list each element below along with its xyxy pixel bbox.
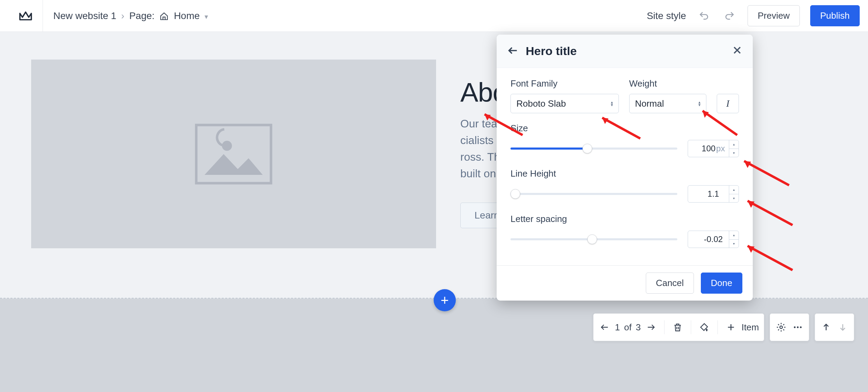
settings-button[interactable]: [775, 321, 787, 333]
panel-title: Hero title: [526, 44, 577, 58]
typography-panel: Hero title Font Family Roboto Slab ▴▾ We…: [497, 35, 753, 301]
plus-icon: [726, 323, 735, 332]
font-family-value: Roboto Slab: [516, 98, 566, 109]
close-icon: [732, 45, 742, 55]
arrow-left-icon: [507, 45, 519, 56]
item-navigator-toolbar: 1 of 3 Item: [593, 313, 764, 341]
caret-down-icon: ▾: [205, 13, 208, 20]
arrow-up-icon: [822, 323, 831, 332]
weight-label: Weight: [629, 78, 706, 89]
arrow-left-icon: [600, 322, 609, 332]
move-down-button[interactable]: [837, 321, 849, 333]
redo-button[interactable]: [722, 8, 737, 24]
italic-toggle[interactable]: I: [717, 94, 739, 113]
prev-item-button[interactable]: [598, 321, 611, 333]
spinner-arrows-icon[interactable]: ▴▾: [729, 186, 739, 202]
font-family-select[interactable]: Roboto Slab ▴▾: [510, 94, 619, 113]
app-header: New website 1 › Page: Home ▾ Site style …: [0, 0, 868, 32]
breadcrumb: New website 1 › Page: Home ▾: [43, 10, 208, 21]
select-arrows-icon: ▴▾: [611, 101, 613, 106]
line-height-slider[interactable]: [510, 190, 677, 197]
picture-icon: [192, 119, 275, 189]
header-actions: Site style Preview Publish: [647, 5, 860, 26]
section-toolbars: 1 of 3 Item: [0, 313, 868, 341]
line-height-input[interactable]: 1.1 ▴▾: [688, 185, 739, 203]
font-family-label: Font Family: [510, 78, 619, 89]
app-logo[interactable]: [8, 0, 43, 32]
delete-button[interactable]: [671, 321, 684, 333]
svg-point-3: [794, 327, 796, 328]
site-style-link[interactable]: Site style: [647, 10, 686, 21]
svg-point-2: [780, 326, 783, 329]
undo-icon: [698, 10, 709, 21]
home-icon: [160, 10, 174, 21]
close-button[interactable]: [732, 44, 742, 59]
site-name[interactable]: New website 1: [53, 10, 116, 21]
page-name: Home: [174, 10, 200, 21]
publish-button[interactable]: Publish: [810, 5, 860, 26]
svg-point-4: [797, 327, 799, 328]
weight-select[interactable]: Normal ▴▾: [629, 94, 706, 113]
svg-point-5: [800, 327, 802, 328]
page-current: 1: [615, 322, 620, 333]
size-slider[interactable]: [510, 145, 677, 152]
spinner-arrows-icon[interactable]: ▴▾: [729, 231, 739, 248]
spinner-arrows-icon[interactable]: ▴▾: [729, 140, 739, 157]
cancel-button[interactable]: Cancel: [646, 273, 694, 294]
page-total: 3: [636, 322, 641, 333]
arrow-right-icon: [646, 322, 656, 332]
page-of: of: [624, 322, 632, 333]
size-value: 100: [702, 144, 715, 153]
letter-spacing-slider[interactable]: [510, 236, 677, 243]
next-item-button[interactable]: [645, 321, 657, 333]
back-button[interactable]: [507, 45, 519, 58]
more-button[interactable]: [792, 321, 804, 333]
page-label: Page:: [129, 10, 154, 21]
size-label: Size: [510, 123, 739, 134]
letter-spacing-label: Letter spacing: [510, 214, 739, 224]
item-label: Item: [741, 322, 759, 333]
letter-spacing-value: -0.02: [704, 234, 723, 244]
move-toolbar: [815, 313, 854, 341]
paint-bucket-icon: [699, 322, 709, 332]
redo-icon: [724, 10, 735, 21]
letter-spacing-input[interactable]: -0.02 ▴▾: [688, 231, 739, 248]
move-up-button[interactable]: [820, 321, 832, 333]
color-button[interactable]: [698, 321, 711, 333]
line-height-label: Line Height: [510, 168, 739, 179]
preview-button[interactable]: Preview: [748, 5, 799, 26]
weight-value: Normal: [635, 98, 664, 109]
add-item-button[interactable]: [725, 321, 737, 333]
add-section-button[interactable]: +: [434, 289, 456, 311]
more-icon: [793, 322, 803, 332]
done-button[interactable]: Done: [701, 273, 742, 294]
select-arrows-icon: ▴▾: [698, 101, 700, 106]
image-placeholder[interactable]: [31, 60, 436, 248]
undo-button[interactable]: [696, 8, 712, 24]
page-selector[interactable]: Home ▾: [160, 10, 208, 21]
size-input[interactable]: 100px ▴▾: [688, 140, 739, 157]
crown-icon: [18, 8, 33, 24]
plus-icon: +: [441, 293, 449, 308]
gear-icon: [776, 322, 786, 332]
settings-toolbar: [770, 313, 809, 341]
chevron-right-icon: ›: [121, 10, 124, 21]
trash-icon: [673, 322, 682, 332]
size-unit: px: [716, 144, 725, 153]
line-height-value: 1.1: [707, 189, 719, 199]
arrow-down-icon: [838, 323, 847, 332]
